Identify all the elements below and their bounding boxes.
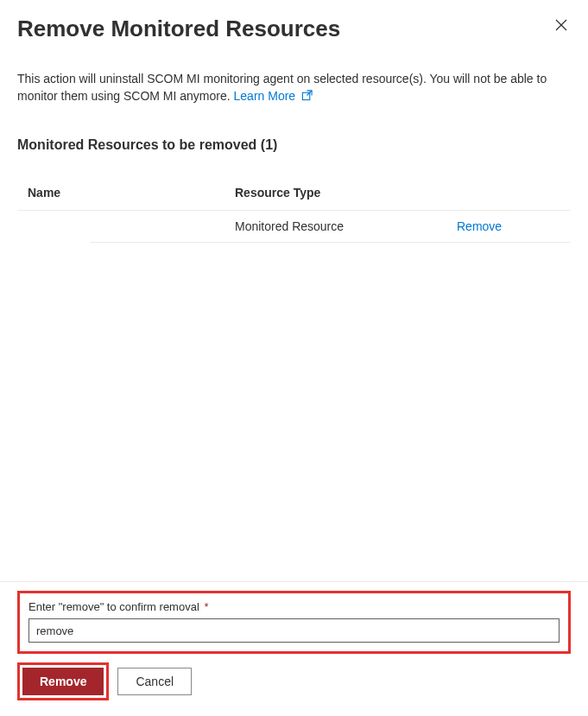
table-header-row: Name Resource Type bbox=[17, 177, 571, 211]
confirm-label-text: Enter "remove" to confirm removal bbox=[28, 600, 199, 613]
panel-description: This action will uninstall SCOM MI monit… bbox=[17, 70, 571, 106]
button-row: Remove Cancel bbox=[17, 662, 571, 700]
external-link-icon bbox=[301, 88, 313, 105]
cell-type: Monitored Resource bbox=[235, 219, 457, 233]
resources-table: Name Resource Type Monitored Resource Re… bbox=[17, 177, 571, 243]
table-row: Monitored Resource Remove bbox=[90, 211, 571, 243]
cancel-button[interactable]: Cancel bbox=[117, 668, 192, 695]
confirm-label: Enter "remove" to confirm removal * bbox=[28, 600, 560, 613]
panel-header: Remove Monitored Resources bbox=[17, 16, 571, 42]
column-header-action bbox=[457, 186, 560, 200]
confirm-input[interactable] bbox=[28, 618, 560, 643]
remove-resources-panel: Remove Monitored Resources This action w… bbox=[0, 0, 588, 716]
panel-footer: Enter "remove" to confirm removal * Remo… bbox=[17, 581, 571, 700]
required-asterisk: * bbox=[204, 600, 208, 613]
column-header-name: Name bbox=[28, 186, 235, 200]
learn-more-link[interactable]: Learn More bbox=[234, 89, 313, 103]
list-heading: Monitored Resources to be removed (1) bbox=[17, 137, 571, 153]
row-remove-link[interactable]: Remove bbox=[457, 219, 502, 233]
column-header-type: Resource Type bbox=[235, 186, 457, 200]
close-icon[interactable] bbox=[552, 16, 571, 37]
cell-name bbox=[100, 219, 235, 233]
remove-button[interactable]: Remove bbox=[22, 668, 104, 695]
primary-button-highlight: Remove bbox=[17, 662, 109, 700]
confirm-box: Enter "remove" to confirm removal * bbox=[17, 591, 571, 654]
learn-more-label: Learn More bbox=[234, 89, 296, 103]
footer-divider bbox=[0, 581, 588, 582]
panel-title: Remove Monitored Resources bbox=[17, 16, 340, 42]
